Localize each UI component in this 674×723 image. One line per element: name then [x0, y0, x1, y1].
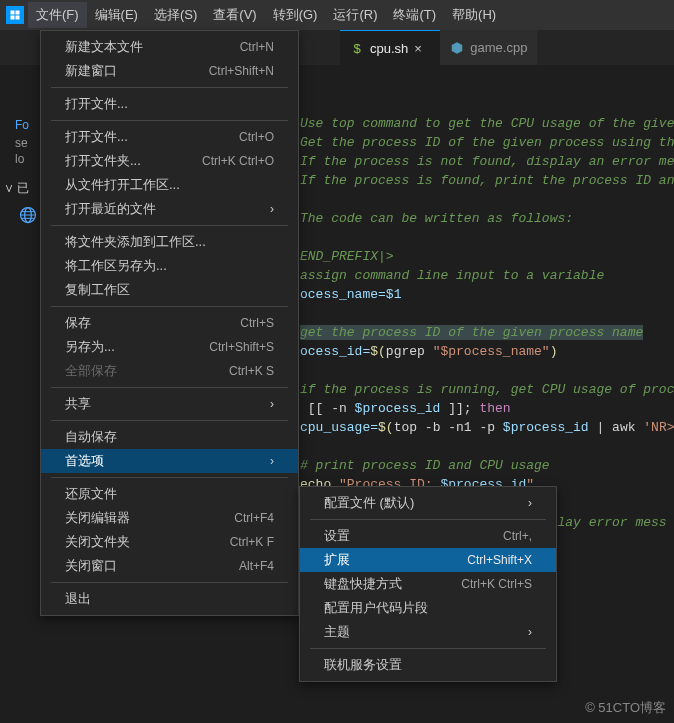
file-menu-dropdown: 新建文本文件Ctrl+N新建窗口Ctrl+Shift+N打开文件...打开文件.…: [40, 30, 299, 616]
menu-item-label: 将文件夹添加到工作区...: [65, 233, 206, 251]
menu-item[interactable]: 将工作区另存为...: [41, 254, 298, 278]
comment-highlight: get the process ID of the given process …: [300, 325, 643, 340]
menu-shortcut: Ctrl+Shift+X: [467, 553, 532, 567]
menu-item[interactable]: 从文件打开工作区...: [41, 173, 298, 197]
menu-item-label: 全部保存: [65, 362, 117, 380]
menu-item-label: 从文件打开工作区...: [65, 176, 180, 194]
menu-item[interactable]: 新建文本文件Ctrl+N: [41, 35, 298, 59]
menu-run[interactable]: 运行(R): [325, 2, 385, 28]
menu-item-label: 共享: [65, 395, 91, 413]
code-token: top -b -n1 -p: [394, 420, 503, 435]
menu-item[interactable]: 退出: [41, 587, 298, 611]
menu-item[interactable]: 复制工作区: [41, 278, 298, 302]
menu-item-label: 配置文件 (默认): [324, 494, 414, 512]
menu-separator: [310, 519, 546, 520]
chevron-right-icon: ›: [528, 625, 532, 639]
code-token: $(: [378, 420, 394, 435]
menu-item[interactable]: 设置Ctrl+,: [300, 524, 556, 548]
menu-separator: [51, 477, 288, 478]
menu-separator: [51, 582, 288, 583]
menu-item[interactable]: 关闭编辑器Ctrl+F4: [41, 506, 298, 530]
menu-item[interactable]: 打开最近的文件›: [41, 197, 298, 221]
menu-item[interactable]: 关闭文件夹Ctrl+K F: [41, 530, 298, 554]
code-token: $process_id: [503, 420, 589, 435]
menu-item[interactable]: 主题›: [300, 620, 556, 644]
menu-item-label: 联机服务设置: [324, 656, 402, 674]
menu-select[interactable]: 选择(S): [146, 2, 205, 28]
menu-terminal[interactable]: 终端(T): [385, 2, 444, 28]
menu-item[interactable]: 将文件夹添加到工作区...: [41, 230, 298, 254]
menu-separator: [51, 120, 288, 121]
menu-item-label: 打开文件...: [65, 128, 128, 146]
menu-item[interactable]: 首选项›: [41, 449, 298, 473]
menu-item-label: 键盘快捷方式: [324, 575, 402, 593]
menu-item[interactable]: 打开文件...: [41, 92, 298, 116]
menu-item[interactable]: 共享›: [41, 392, 298, 416]
code-token: then: [479, 401, 510, 416]
comment: END_PREFIX|>: [300, 249, 394, 264]
menu-item[interactable]: 打开文件夹...Ctrl+K Ctrl+O: [41, 149, 298, 173]
menu-item-label: 首选项: [65, 452, 104, 470]
menu-item[interactable]: 自动保存: [41, 425, 298, 449]
menu-shortcut: Ctrl+K F: [230, 535, 274, 549]
menu-item-label: 新建文本文件: [65, 38, 143, 56]
tab-cpu-sh[interactable]: $ cpu.sh ×: [340, 30, 440, 65]
menu-item-label: 关闭窗口: [65, 557, 117, 575]
menu-item-label: 新建窗口: [65, 62, 117, 80]
menu-view[interactable]: 查看(V): [205, 2, 264, 28]
menu-item[interactable]: 键盘快捷方式Ctrl+K Ctrl+S: [300, 572, 556, 596]
menu-item-label: 复制工作区: [65, 281, 130, 299]
menu-item-label: 打开文件夹...: [65, 152, 141, 170]
menu-item[interactable]: 保存Ctrl+S: [41, 311, 298, 335]
menu-shortcut: Ctrl+Shift+S: [209, 340, 274, 354]
menubar: 文件(F) 编辑(E) 选择(S) 查看(V) 转到(G) 运行(R) 终端(T…: [0, 0, 674, 30]
menu-item[interactable]: 新建窗口Ctrl+Shift+N: [41, 59, 298, 83]
menu-item-label: 另存为...: [65, 338, 115, 356]
menu-item-label: 保存: [65, 314, 91, 332]
menu-shortcut: Ctrl+K Ctrl+O: [202, 154, 274, 168]
menu-separator: [51, 420, 288, 421]
section-chevron[interactable]: ∨ 已: [4, 180, 29, 197]
comment: The code can be written as follows:: [300, 211, 573, 226]
preferences-submenu: 配置文件 (默认)›设置Ctrl+,扩展Ctrl+Shift+X键盘快捷方式Ct…: [299, 486, 557, 682]
close-icon[interactable]: ×: [414, 41, 430, 56]
tab-game-cpp[interactable]: game.cpp: [440, 30, 537, 65]
menu-item[interactable]: 关闭窗口Alt+F4: [41, 554, 298, 578]
menu-item[interactable]: 另存为...Ctrl+Shift+S: [41, 335, 298, 359]
menu-item[interactable]: 还原文件: [41, 482, 298, 506]
menu-item-label: 退出: [65, 590, 91, 608]
menu-goto[interactable]: 转到(G): [265, 2, 326, 28]
code-token: ]];: [440, 401, 479, 416]
code-token: [[ -n: [300, 401, 355, 416]
menu-item[interactable]: 扩展Ctrl+Shift+X: [300, 548, 556, 572]
menu-item[interactable]: 打开文件...Ctrl+O: [41, 125, 298, 149]
app-logo: [6, 6, 24, 24]
comment: # print process ID and CPU usage: [300, 458, 550, 473]
explorer-fragment: se: [15, 136, 28, 150]
menu-separator: [51, 387, 288, 388]
chevron-right-icon: ›: [270, 454, 274, 468]
code-token: ocess_name=: [300, 287, 386, 302]
menu-separator: [51, 87, 288, 88]
menu-item[interactable]: 配置用户代码片段: [300, 596, 556, 620]
comment: If the process is found, print the proce…: [300, 173, 674, 188]
menu-item[interactable]: 联机服务设置: [300, 653, 556, 677]
menu-item-label: 配置用户代码片段: [324, 599, 428, 617]
comment: lay error mess: [557, 515, 666, 530]
comment: If the process is not found, display an …: [300, 154, 674, 169]
menu-help[interactable]: 帮助(H): [444, 2, 504, 28]
menu-item[interactable]: 配置文件 (默认)›: [300, 491, 556, 515]
menu-shortcut: Ctrl+O: [239, 130, 274, 144]
menu-shortcut: Ctrl+K S: [229, 364, 274, 378]
globe-icon[interactable]: [18, 205, 38, 228]
menu-item-label: 将工作区另存为...: [65, 257, 167, 275]
menu-edit[interactable]: 编辑(E): [87, 2, 146, 28]
menu-shortcut: Alt+F4: [239, 559, 274, 573]
chevron-right-icon: ›: [270, 397, 274, 411]
shell-file-icon: $: [350, 41, 364, 55]
menu-shortcut: Ctrl+N: [240, 40, 274, 54]
menu-shortcut: Ctrl+Shift+N: [209, 64, 274, 78]
menu-item-label: 自动保存: [65, 428, 117, 446]
menu-separator: [310, 648, 546, 649]
menu-file[interactable]: 文件(F): [28, 2, 87, 28]
